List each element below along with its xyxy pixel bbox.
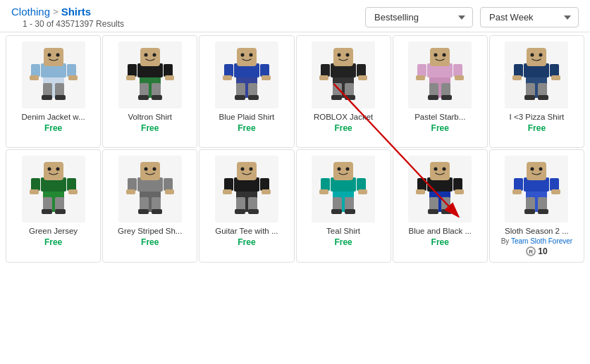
sort-select[interactable]: Bestselling Relevance Price (Low to High… (365, 7, 473, 27)
svg-point-121 (249, 167, 252, 170)
item-card[interactable]: Sloth Season 2 ...By Team Sloth ForeverR… (489, 149, 584, 263)
item-card[interactable]: Voltron ShirtFree (102, 35, 197, 148)
svg-rect-105 (140, 162, 160, 180)
item-card[interactable]: Blue Plaid ShirtFree (199, 35, 294, 148)
filter-bar: Bestselling Relevance Price (Low to High… (365, 7, 579, 27)
item-card[interactable]: Blue and Black ...Free (393, 149, 488, 263)
svg-rect-77 (527, 48, 546, 66)
svg-point-93 (56, 167, 59, 170)
svg-rect-100 (128, 178, 137, 191)
item-card[interactable]: Green JerseyFree (6, 149, 101, 263)
svg-point-37 (249, 53, 252, 56)
svg-rect-139 (358, 189, 367, 194)
item-thumbnail (22, 156, 85, 222)
svg-rect-40 (223, 75, 232, 80)
svg-rect-101 (164, 178, 173, 191)
svg-point-50 (338, 53, 341, 56)
svg-rect-96 (30, 189, 39, 194)
item-price: R 10 (526, 246, 547, 256)
breadcrumb-separator: > (53, 6, 59, 17)
svg-rect-26 (126, 75, 135, 80)
item-price: Free (431, 123, 449, 133)
item-thumbnail (312, 156, 375, 222)
svg-rect-81 (538, 95, 548, 100)
svg-rect-3 (67, 64, 76, 77)
svg-point-51 (346, 53, 350, 56)
svg-rect-82 (512, 75, 522, 80)
svg-rect-72 (514, 64, 523, 77)
time-select[interactable]: Past Day Past Week Past Month All Time (480, 7, 579, 27)
svg-rect-129 (357, 178, 366, 191)
item-name: Sloth Season 2 ... (496, 227, 578, 235)
svg-rect-166 (512, 189, 522, 194)
svg-rect-156 (514, 178, 523, 191)
svg-point-79 (539, 53, 543, 56)
item-name: Voltron Shirt (109, 113, 191, 121)
svg-rect-16 (128, 64, 137, 77)
svg-rect-152 (416, 189, 425, 194)
item-price: Free (238, 237, 255, 247)
svg-rect-66 (428, 95, 438, 100)
svg-rect-125 (262, 189, 271, 194)
svg-rect-111 (165, 189, 174, 194)
item-card[interactable]: ROBLOX JacketFree (296, 35, 391, 148)
svg-rect-11 (55, 95, 66, 100)
svg-rect-24 (138, 95, 149, 100)
svg-point-92 (47, 167, 51, 170)
item-price: Free (334, 237, 352, 247)
svg-point-135 (346, 167, 350, 170)
svg-point-134 (338, 167, 341, 170)
svg-rect-164 (524, 209, 535, 214)
svg-rect-128 (321, 178, 330, 191)
item-name: Blue Plaid Shirt (205, 113, 288, 121)
item-price: Free (141, 237, 159, 247)
item-card[interactable]: Denim Jacket w...Free (6, 35, 101, 148)
item-card[interactable]: Guitar Tee with ...Free (199, 149, 294, 263)
svg-rect-54 (319, 75, 328, 80)
svg-rect-124 (223, 189, 232, 194)
item-thumbnail (505, 156, 568, 222)
item-name: Grey Striped Sh... (109, 227, 191, 235)
item-thumbnail (505, 42, 568, 108)
item-card[interactable]: Teal ShirtFree (296, 149, 391, 263)
item-name: Guitar Tee with ... (205, 227, 288, 235)
svg-rect-86 (31, 178, 40, 191)
item-card[interactable]: Grey Striped Sh...Free (102, 149, 197, 263)
svg-rect-53 (345, 95, 355, 100)
breadcrumb-parent[interactable]: Clothing (11, 6, 50, 18)
svg-point-148 (434, 167, 438, 170)
svg-rect-161 (527, 162, 546, 180)
svg-rect-151 (441, 209, 452, 214)
svg-rect-30 (224, 64, 233, 77)
item-card[interactable]: I <3 Pizza ShirtFree (489, 35, 584, 148)
svg-rect-119 (237, 162, 257, 180)
svg-rect-115 (260, 178, 269, 191)
svg-rect-80 (524, 95, 535, 100)
svg-rect-38 (235, 95, 245, 100)
svg-rect-136 (331, 209, 342, 214)
svg-point-8 (47, 53, 51, 56)
svg-rect-68 (416, 75, 425, 80)
svg-rect-133 (333, 162, 353, 180)
svg-rect-87 (67, 178, 76, 191)
svg-rect-67 (441, 95, 452, 100)
item-name: Green Jersey (12, 227, 94, 235)
svg-rect-31 (260, 64, 269, 77)
svg-rect-94 (42, 209, 52, 214)
item-name: Pastel Starb... (399, 113, 481, 121)
svg-rect-123 (248, 209, 259, 214)
svg-rect-153 (455, 189, 464, 194)
svg-rect-157 (550, 178, 559, 191)
svg-rect-49 (333, 48, 353, 66)
svg-point-36 (240, 53, 244, 56)
svg-rect-27 (165, 75, 174, 80)
item-thumbnail (408, 156, 472, 222)
svg-rect-41 (262, 75, 271, 80)
item-thumbnail (312, 42, 375, 108)
item-card[interactable]: Pastel Starb...Free (393, 35, 488, 148)
svg-rect-52 (331, 95, 342, 100)
svg-rect-10 (42, 95, 52, 100)
svg-rect-167 (551, 189, 560, 194)
breadcrumb: Clothing > Shirts (11, 6, 124, 18)
svg-rect-147 (430, 162, 450, 180)
